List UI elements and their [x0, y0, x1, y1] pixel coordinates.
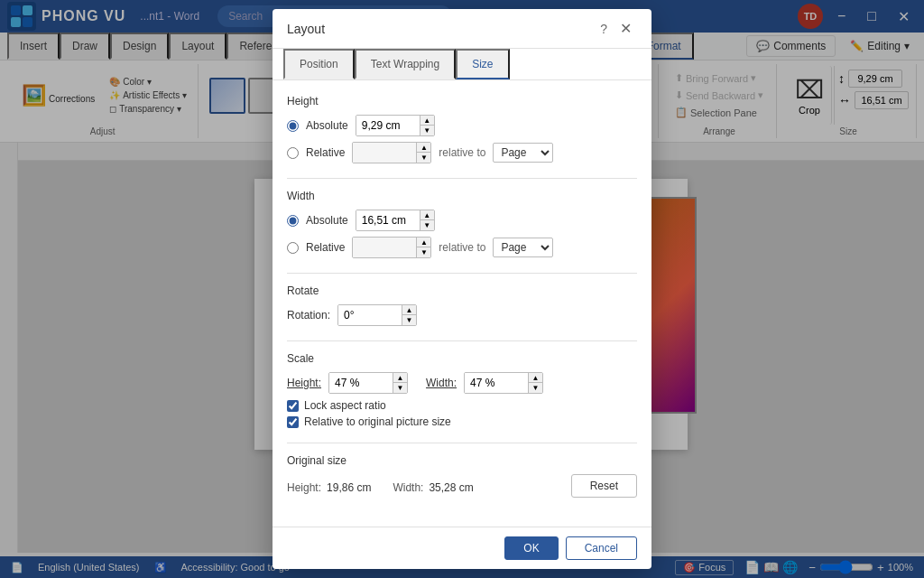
original-height-label: Height: [287, 481, 321, 494]
height-absolute-input[interactable] [356, 116, 420, 135]
scale-width-down[interactable]: ▼ [528, 383, 542, 393]
dialog-overlay: Layout ? ✕ Position Text Wrapping Size H… [0, 0, 924, 578]
divider-1 [287, 178, 637, 179]
width-absolute-label: Absolute [306, 214, 348, 227]
width-relative-radio[interactable] [287, 242, 299, 254]
original-height-value: 19,86 cm [327, 481, 371, 494]
scale-row: Height: ▲ ▼ Width: ▲ ▼ [287, 372, 637, 394]
cancel-button[interactable]: Cancel [566, 536, 637, 560]
height-absolute-input-wrap: ▲ ▼ [356, 115, 435, 136]
rotate-section-label: Rotate [287, 284, 637, 297]
divider-2 [287, 273, 637, 274]
rotation-up[interactable]: ▲ [402, 305, 416, 315]
scale-width-input-wrap: ▲ ▼ [464, 372, 543, 394]
width-absolute-down[interactable]: ▼ [420, 220, 434, 230]
dialog-footer: OK Cancel [273, 527, 651, 569]
scale-width-input[interactable] [465, 373, 528, 393]
scale-width-up[interactable]: ▲ [528, 373, 542, 383]
original-size-values: Height: 19,86 cm Width: 35,28 cm [287, 481, 474, 494]
height-relative-to-select[interactable]: Page Margin [493, 143, 553, 163]
lock-aspect-row: Lock aspect ratio [287, 399, 637, 412]
lock-aspect-checkbox[interactable] [287, 400, 299, 412]
divider-3 [287, 340, 637, 341]
dialog-tab-position[interactable]: Position [283, 49, 355, 79]
scale-height-label: Height: [287, 377, 321, 389]
width-relative-to-label: relative to [439, 241, 485, 254]
height-section: Height Absolute ▲ ▼ Relative [287, 95, 637, 163]
layout-dialog: Layout ? ✕ Position Text Wrapping Size H… [273, 9, 651, 569]
width-relative-row: Relative ▲ ▼ relative to Page Margin [287, 237, 637, 258]
rotation-row: Rotation: ▲ ▼ [287, 304, 637, 326]
width-section: Width Absolute ▲ ▼ Relative [287, 190, 637, 258]
height-relative-to-label: relative to [439, 146, 485, 159]
height-relative-input-wrap: ▲ ▼ [352, 142, 431, 163]
height-absolute-radio[interactable] [287, 120, 299, 132]
dialog-help-button[interactable]: ? [600, 22, 607, 36]
relative-original-row: Relative to original picture size [287, 415, 637, 428]
width-relative-down[interactable]: ▼ [416, 247, 430, 257]
width-absolute-input[interactable] [356, 210, 420, 230]
rotation-down[interactable]: ▼ [402, 315, 416, 325]
scale-width-spinners: ▲ ▼ [528, 373, 542, 393]
scale-section: Scale Height: ▲ ▼ Width: ▲ [287, 352, 637, 428]
lock-aspect-label: Lock aspect ratio [304, 399, 386, 412]
height-absolute-up[interactable]: ▲ [420, 116, 434, 126]
relative-original-label: Relative to original picture size [304, 415, 451, 428]
dialog-title: Layout [287, 22, 325, 36]
rotation-spinners: ▲ ▼ [402, 305, 416, 325]
ok-button[interactable]: OK [504, 536, 558, 560]
width-section-label: Width [287, 190, 637, 202]
divider-4 [287, 443, 637, 443]
dialog-close-button[interactable]: ✕ [614, 18, 637, 39]
height-relative-input[interactable] [353, 143, 416, 163]
rotation-label: Rotation: [287, 309, 330, 322]
scale-height-spinners: ▲ ▼ [393, 373, 407, 393]
original-width-item: Width: 35,28 cm [393, 481, 473, 494]
dialog-body: Height Absolute ▲ ▼ Relative [273, 80, 651, 527]
dialog-tab-size[interactable]: Size [456, 49, 509, 79]
dialog-tab-text-wrapping[interactable]: Text Wrapping [355, 49, 456, 79]
width-relative-input[interactable] [353, 238, 416, 257]
reset-button[interactable]: Reset [571, 474, 637, 498]
height-relative-down[interactable]: ▼ [416, 153, 430, 163]
rotation-input-wrap: ▲ ▼ [337, 304, 417, 326]
original-size-section: Original size Height: 19,86 cm Width: 35… [287, 454, 637, 498]
width-absolute-up[interactable]: ▲ [420, 210, 434, 220]
height-relative-label: Relative [306, 146, 345, 159]
original-width-value: 35,28 cm [429, 481, 473, 494]
scale-height-input[interactable] [329, 373, 393, 393]
width-relative-input-wrap: ▲ ▼ [352, 237, 431, 258]
scale-section-label: Scale [287, 352, 637, 365]
original-height-item: Height: 19,86 cm [287, 481, 371, 494]
width-absolute-radio[interactable] [287, 215, 299, 227]
relative-original-checkbox[interactable] [287, 416, 299, 428]
height-relative-spinners: ▲ ▼ [416, 143, 430, 163]
width-absolute-row: Absolute ▲ ▼ [287, 210, 637, 231]
height-absolute-down[interactable]: ▼ [420, 126, 434, 135]
height-absolute-row: Absolute ▲ ▼ [287, 115, 637, 136]
dialog-header: Layout ? ✕ [273, 9, 651, 49]
width-absolute-spinners: ▲ ▼ [420, 210, 434, 230]
height-absolute-label: Absolute [306, 119, 348, 132]
dialog-tabs: Position Text Wrapping Size [273, 49, 651, 80]
scale-height-up[interactable]: ▲ [393, 373, 407, 383]
height-relative-radio[interactable] [287, 147, 299, 159]
height-absolute-spinners: ▲ ▼ [420, 116, 434, 135]
width-relative-up[interactable]: ▲ [416, 238, 430, 247]
original-size-label: Original size [287, 454, 637, 467]
width-relative-spinners: ▲ ▼ [416, 238, 430, 257]
dialog-header-right: ? ✕ [600, 18, 637, 39]
height-relative-row: Relative ▲ ▼ relative to Page Margin [287, 142, 637, 163]
rotate-section: Rotate Rotation: ▲ ▼ [287, 284, 637, 326]
scale-height-input-wrap: ▲ ▼ [328, 372, 408, 394]
width-relative-label: Relative [306, 241, 345, 254]
scale-height-down[interactable]: ▼ [393, 383, 407, 393]
height-section-label: Height [287, 95, 637, 107]
width-relative-to-select[interactable]: Page Margin [493, 238, 553, 257]
width-absolute-input-wrap: ▲ ▼ [356, 210, 435, 231]
original-width-label: Width: [393, 481, 423, 494]
scale-width-label: Width: [426, 377, 457, 389]
rotation-input[interactable] [338, 305, 402, 325]
height-relative-up[interactable]: ▲ [416, 143, 430, 153]
